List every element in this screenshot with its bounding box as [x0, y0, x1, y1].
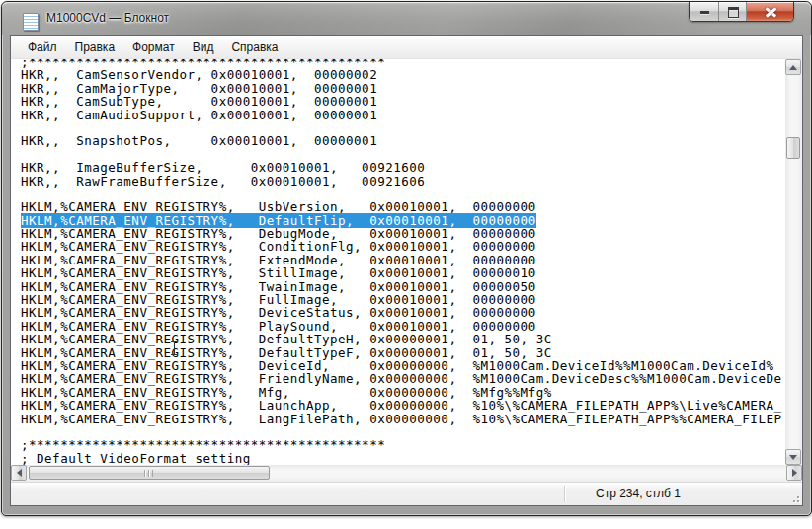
horizontal-scrollbar[interactable]	[11, 465, 802, 482]
editor-line[interactable]: HKR,, CamMajorType, 0x00010001, 00000001	[21, 82, 785, 95]
status-bar: Стр 234, стлб 1	[11, 482, 802, 505]
editor-line[interactable]: HKR,, CamSensorVendor, 0x00010001, 00000…	[21, 68, 785, 81]
editor-line[interactable]: HKLM,%CAMERA_ENV_REGISTRY%, LaunchApp, 0…	[21, 399, 785, 412]
editor-line[interactable]	[21, 121, 785, 134]
editor-line[interactable]: HKLM,%CAMERA_ENV_REGISTRY%, DefaultFlip,…	[21, 214, 785, 227]
editor-line[interactable]: HKLM,%CAMERA_ENV_REGISTRY%, Mfg, 0x00000…	[21, 386, 785, 399]
maximize-icon	[728, 7, 739, 18]
notepad-window: M1000CVd — Блокнот Файл Правка Формат Ви…	[1, 1, 812, 516]
editor: ;***************************************…	[11, 58, 802, 482]
close-button[interactable]	[747, 2, 793, 21]
editor-line[interactable]: HKLM,%CAMERA_ENV_REGISTRY%, DefaultTypeF…	[21, 346, 785, 359]
menu-item-file[interactable]: Файл	[19, 38, 66, 57]
editor-line[interactable]	[21, 148, 785, 161]
client-area: Файл Правка Формат Вид Справка ;********…	[10, 35, 803, 506]
window-title: M1000CVd — Блокнот	[46, 11, 169, 25]
scroll-down-button[interactable]	[785, 449, 801, 465]
editor-line[interactable]: HKLM,%CAMERA_ENV_REGISTRY%, DeviceStatus…	[21, 306, 785, 319]
editor-line[interactable]: ;***************************************…	[21, 438, 785, 451]
editor-line[interactable]: HKLM,%CAMERA_ENV_REGISTRY%, DebugMode, 0…	[21, 227, 785, 240]
window-controls	[689, 2, 794, 22]
close-icon	[765, 7, 777, 18]
scroll-left-button[interactable]	[11, 465, 27, 481]
editor-line[interactable]: HKLM,%CAMERA_ENV_REGISTRY%, PlaySound, 0…	[21, 320, 785, 333]
cursor-position-label: Стр 234, стлб 1	[596, 487, 681, 500]
menu-item-help[interactable]: Справка	[222, 38, 286, 57]
editor-line[interactable]: ; Default VideoFormat setting	[21, 452, 785, 465]
resize-grip[interactable]	[787, 491, 800, 503]
editor-line[interactable]: HKR,, CamAudioSupport, 0x00010001, 00000…	[21, 109, 785, 121]
editor-lines: ;***************************************…	[21, 59, 785, 465]
editor-line[interactable]: HKR,, CamSubType, 0x00010001, 00000001	[21, 95, 785, 108]
editor-line[interactable]: HKLM,%CAMERA_ENV_REGISTRY%, StillImage, …	[21, 266, 785, 279]
editor-line[interactable]: HKR,, SnapshotPos, 0x00010001, 00000001	[21, 134, 785, 147]
editor-line[interactable]: HKLM,%CAMERA_ENV_REGISTRY%, FriendlyName…	[21, 372, 785, 385]
editor-line[interactable]: HKLM,%CAMERA_ENV_REGISTRY%, DefaultTypeH…	[21, 333, 785, 345]
menu-item-view[interactable]: Вид	[184, 38, 223, 57]
menu-bar: Файл Правка Формат Вид Справка	[11, 36, 802, 58]
editor-line[interactable]: HKLM,%CAMERA_ENV_REGISTRY%, UsbVersion, …	[21, 200, 785, 213]
notepad-icon	[23, 13, 39, 31]
menu-item-format[interactable]: Формат	[123, 38, 184, 57]
scroll-right-button[interactable]	[786, 465, 802, 481]
maximize-button[interactable]	[719, 2, 747, 21]
editor-line[interactable]: HKLM,%CAMERA_ENV_REGISTRY%, ExtendMode, …	[21, 254, 785, 266]
arrow-down-icon	[789, 455, 797, 460]
editor-line[interactable]: HKLM,%CAMERA_ENV_REGISTRY%, DeviceId, 0x…	[21, 359, 785, 372]
editor-line[interactable]: HKLM,%CAMERA_ENV_REGISTRY%, TwainImage, …	[21, 280, 785, 293]
minimize-icon	[700, 11, 709, 14]
arrow-left-icon	[17, 469, 22, 477]
editor-line[interactable]	[21, 425, 785, 438]
vertical-scrollbar[interactable]	[785, 59, 802, 465]
minimize-button[interactable]	[690, 2, 719, 21]
horizontal-scroll-thumb[interactable]	[29, 466, 270, 480]
menu-item-edit[interactable]: Правка	[66, 38, 124, 57]
editor-line[interactable]: HKLM,%CAMERA_ENV_REGISTRY%, FullImage, 0…	[21, 293, 785, 306]
arrow-right-icon	[792, 469, 797, 477]
editor-line[interactable]: HKLM,%CAMERA_ENV_REGISTRY%, LangFilePath…	[21, 413, 785, 425]
vertical-scroll-thumb[interactable]	[786, 137, 800, 159]
status-separator	[564, 486, 565, 502]
scroll-up-button[interactable]	[785, 59, 801, 75]
editor-line[interactable]: HKR,, RawFrameBufferSize, 0x00010001, 00…	[21, 175, 785, 188]
arrow-up-icon	[789, 65, 797, 70]
editor-line[interactable]	[21, 188, 785, 200]
title-bar[interactable]: M1000CVd — Блокнот	[2, 2, 811, 35]
text-viewport[interactable]: ;***************************************…	[11, 59, 785, 465]
thumb-grip-icon	[144, 470, 153, 477]
editor-line[interactable]: HKR,, ImageBufferSize, 0x00010001, 00921…	[21, 161, 785, 174]
editor-line[interactable]: HKLM,%CAMERA_ENV_REGISTRY%, ConditionFlg…	[21, 240, 785, 253]
